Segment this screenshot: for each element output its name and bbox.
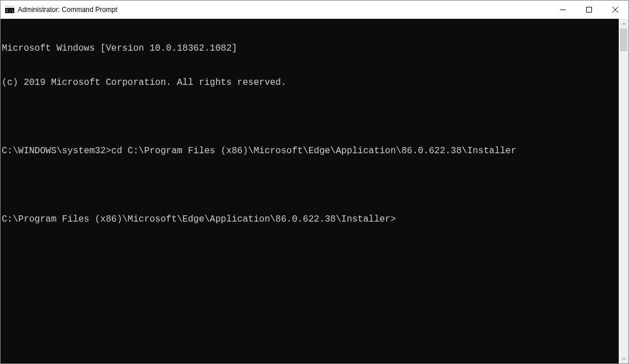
scroll-down-icon[interactable] [619,354,628,363]
command-prompt-window: C:\ Administrator: Command Prompt Micros… [0,0,629,364]
titlebar[interactable]: C:\ Administrator: Command Prompt [1,1,628,19]
app-icon: C:\ [5,5,14,14]
svg-rect-4 [587,7,592,13]
minimize-button[interactable] [550,1,576,19]
terminal-line [2,179,619,191]
terminal-line: C:\Program Files (x86)\Microsoft\Edge\Ap… [2,214,619,225]
terminal-line: C:\WINDOWS\system32>cd C:\Program Files … [2,145,619,157]
terminal-line: Microsoft Windows [Version 10.0.18362.10… [2,43,619,54]
terminal-line: (c) 2019 Microsoft Corporation. All righ… [2,77,619,88]
vertical-scrollbar[interactable] [619,19,628,363]
terminal-output[interactable]: Microsoft Windows [Version 10.0.18362.10… [1,19,619,363]
close-button[interactable] [602,1,628,19]
terminal-line [2,111,619,122]
svg-rect-1 [5,6,14,8]
scroll-thumb[interactable] [620,28,627,51]
window-controls [550,1,628,19]
svg-text:C:\: C:\ [6,9,14,13]
content-area: Microsoft Windows [Version 10.0.18362.10… [1,19,628,363]
scroll-up-icon[interactable] [619,19,628,28]
window-title: Administrator: Command Prompt [18,6,550,14]
scroll-track[interactable] [619,28,628,354]
maximize-button[interactable] [576,1,602,19]
